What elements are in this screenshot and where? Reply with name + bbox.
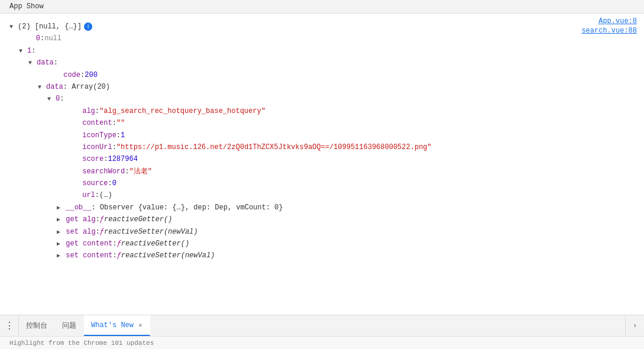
- tab-label-whatsnew: What's New: [91, 321, 134, 329]
- info-badge[interactable]: i: [84, 22, 92, 31]
- tree-source: source : 0: [9, 177, 635, 189]
- tree-item-0: 0 : null: [9, 33, 635, 44]
- tree-code: code : 200: [9, 69, 635, 81]
- tree-content: content : "": [9, 117, 635, 129]
- tree-get-alg: ▶ get alg : ƒ reactiveGetter(): [9, 214, 635, 225]
- tree-alg: alg : "alg_search_rec_hotquery_base_hotq…: [9, 105, 635, 117]
- tree-root-line: (2) [null, {…}] i: [9, 21, 635, 33]
- tree-score: score : 1287964: [9, 153, 635, 165]
- tree-set-alg: ▶ set alg : ƒ reactiveSetter(newVal): [9, 226, 635, 238]
- dots-icon: ⋮: [5, 320, 14, 332]
- triangle-1[interactable]: [19, 46, 27, 56]
- app-show-label: App Show: [9, 2, 44, 11]
- tree-data-array: data : Array(20): [9, 81, 635, 93]
- tree-iconurl: iconUrl : "https://p1.music.126.net/2zQ0…: [9, 141, 635, 153]
- tree-url: url : (…): [9, 189, 635, 201]
- tab-chevron-right[interactable]: ›: [625, 315, 644, 336]
- bottom-tabs: ⋮ 控制台 问题 What's New ✕ ›: [0, 315, 644, 336]
- tree-item-1: 1 :: [9, 45, 635, 57]
- highlight-bar: Highlight from the Chrome 101 updates: [0, 336, 644, 349]
- tree-set-content: ▶ set content : ƒ reactiveSetter(newVal): [9, 250, 635, 261]
- triangle-data-array[interactable]: [38, 82, 46, 92]
- triangle-array-0[interactable]: [47, 94, 56, 104]
- tree-data: data :: [9, 57, 635, 69]
- tab-label-problems: 问题: [62, 321, 76, 331]
- file-link-2[interactable]: search.vue:88: [581, 27, 637, 35]
- app-show-bar: App Show: [0, 0, 644, 14]
- tree-icontype: iconType : 1: [9, 130, 635, 141]
- tab-menu-icon[interactable]: ⋮: [0, 315, 19, 336]
- tab-close-whatsnew[interactable]: ✕: [138, 321, 143, 329]
- tab-spacer: [150, 315, 625, 336]
- triangle-root[interactable]: [9, 22, 18, 32]
- tree-content: (2) [null, {…}] i 0 : null 1 : data : co…: [0, 18, 644, 264]
- tree-get-content: ▶ get content : ƒ reactiveGetter(): [9, 238, 635, 250]
- main-panel: App.vue:8 search.vue:88 (2) [null, {…}] …: [0, 14, 644, 315]
- tree-array-0: 0 :: [9, 93, 635, 105]
- file-links: App.vue:8 search.vue:88: [581, 17, 637, 35]
- chevron-right-icon: ›: [633, 322, 637, 330]
- triangle-data[interactable]: [28, 58, 37, 68]
- file-link-1[interactable]: App.vue:8: [598, 17, 637, 25]
- tab-label-console: 控制台: [26, 321, 47, 331]
- tree-ob: ▶ __ob__ : Observer {value: {…}, dep: De…: [9, 202, 635, 214]
- highlight-text: Highlight from the Chrome 101 updates: [9, 340, 154, 347]
- tab-item-whatsnew[interactable]: What's New ✕: [84, 315, 150, 336]
- tree-searchword: searchWord : "法老": [9, 166, 635, 177]
- tab-item-console[interactable]: 控制台: [19, 315, 55, 336]
- tab-item-problems[interactable]: 问题: [55, 315, 84, 336]
